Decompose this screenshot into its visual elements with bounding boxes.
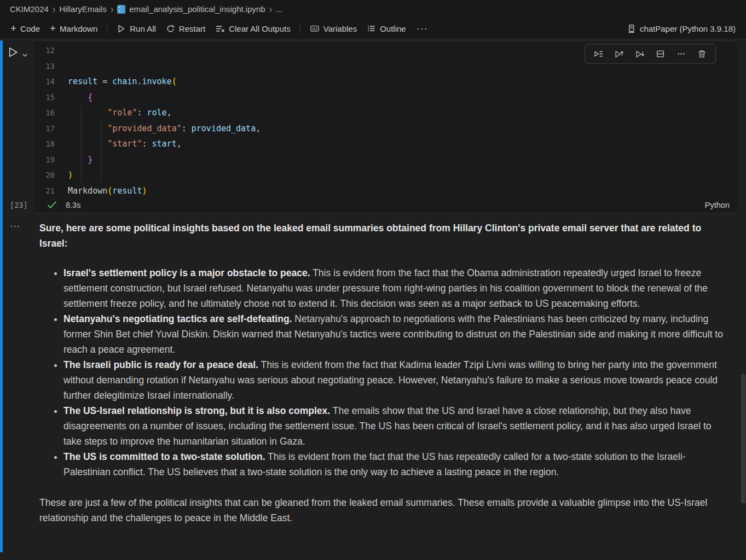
svg-text:(x): (x) bbox=[313, 26, 317, 31]
insight-item: Netanyahu's negotiating tactics are self… bbox=[63, 311, 730, 357]
line-number: 15 bbox=[34, 93, 68, 102]
code-line[interactable]: 19 } bbox=[34, 152, 737, 168]
run-all-button[interactable]: Run All bbox=[112, 21, 161, 36]
execute-cell-and-below-button[interactable] bbox=[631, 46, 649, 62]
breadcrumb-item-file[interactable]: email_analysis_political_insight.ipynb bbox=[129, 4, 265, 14]
line-number: 16 bbox=[34, 108, 68, 117]
chevron-down-icon[interactable] bbox=[22, 51, 28, 59]
play-icon bbox=[117, 24, 126, 33]
chevron-right-icon: › bbox=[269, 4, 272, 15]
insight-lead: The Israeli public is ready for a peace … bbox=[63, 359, 258, 370]
execute-above-icon bbox=[614, 49, 624, 59]
code-text[interactable]: "role": role, bbox=[68, 108, 172, 118]
restart-icon bbox=[166, 24, 175, 33]
output-intro-paragraph: Sure, here are some political insights b… bbox=[39, 220, 730, 251]
add-markdown-cell-button[interactable]: + Markdown bbox=[45, 21, 102, 36]
insight-lead: Netanyahu's negotiating tactics are self… bbox=[63, 313, 292, 324]
run-by-line-icon bbox=[594, 49, 603, 59]
line-number: 14 bbox=[34, 77, 68, 86]
breadcrumb-item-folder[interactable]: HillaryEmails bbox=[59, 4, 107, 14]
cell-language-label[interactable]: Python bbox=[705, 201, 730, 209]
vertical-scrollbar[interactable] bbox=[741, 374, 745, 503]
insight-lead: The US-Israel relationship is strong, bu… bbox=[63, 405, 330, 416]
clear-outputs-icon bbox=[215, 24, 225, 33]
add-markdown-label: Markdown bbox=[60, 24, 97, 33]
line-number: 13 bbox=[34, 62, 68, 71]
execution-duration: 8.3s bbox=[66, 201, 80, 209]
split-cell-button[interactable] bbox=[651, 46, 670, 62]
success-check-icon bbox=[47, 201, 57, 209]
plus-icon: + bbox=[50, 23, 56, 33]
line-number: 18 bbox=[34, 139, 68, 148]
notebook-toolbar: + Code + Markdown Run All Restart Clear … bbox=[0, 18, 746, 39]
insight-item: The US is committed to a two-state solut… bbox=[63, 449, 730, 480]
chevron-right-icon: › bbox=[53, 4, 55, 15]
code-line[interactable]: 20) bbox=[34, 167, 737, 183]
line-number: 19 bbox=[34, 155, 68, 164]
variables-button[interactable]: (x) Variables bbox=[305, 21, 362, 36]
cell-toolbar bbox=[585, 44, 716, 64]
code-line[interactable]: 17 "provided_data": provided_data, bbox=[34, 121, 737, 137]
code-text[interactable]: ) bbox=[68, 170, 73, 180]
add-code-label: Code bbox=[20, 24, 40, 33]
cell-output: Sure, here are some political insights b… bbox=[39, 220, 730, 526]
code-text[interactable]: Markdown(result) bbox=[68, 186, 147, 196]
kernel-label: chatPaper (Python 3.9.18) bbox=[640, 24, 736, 33]
code-text[interactable]: result = chain.invoke( bbox=[68, 77, 177, 86]
line-number: 20 bbox=[34, 171, 68, 179]
add-code-cell-button[interactable]: + Code bbox=[5, 21, 45, 36]
breadcrumb-item-folder[interactable]: CKIM2024 bbox=[10, 4, 49, 14]
line-number: 12 bbox=[34, 46, 68, 55]
play-icon bbox=[7, 46, 19, 59]
trash-icon bbox=[697, 49, 707, 59]
code-line[interactable]: 18 "start": start, bbox=[34, 136, 737, 152]
insight-list: Israel's settlement policy is a major ob… bbox=[39, 265, 730, 480]
output-closing-paragraph: These are just a few of the political in… bbox=[39, 495, 730, 526]
restart-label: Restart bbox=[179, 24, 205, 33]
insight-lead: Israel's settlement policy is a major ob… bbox=[63, 267, 310, 278]
toolbar-separator bbox=[107, 24, 107, 33]
more-actions-icon bbox=[676, 49, 686, 59]
cell-focus-indicator bbox=[0, 40, 3, 552]
line-number: 21 bbox=[34, 186, 68, 195]
code-line[interactable]: 16 "role": role, bbox=[34, 105, 737, 121]
code-text[interactable]: "start": start, bbox=[68, 139, 182, 149]
notebook-file-icon bbox=[117, 5, 125, 14]
cell-status-bar: [23] 8.3s Python bbox=[0, 196, 737, 213]
execute-below-icon bbox=[635, 49, 645, 59]
breadcrumb-overflow[interactable]: ... bbox=[276, 4, 283, 14]
split-cell-icon bbox=[656, 49, 665, 59]
execute-above-cells-button[interactable] bbox=[610, 46, 628, 62]
outline-button[interactable]: Outline bbox=[362, 21, 411, 36]
code-line[interactable]: 15 { bbox=[34, 90, 737, 106]
toolbar-separator bbox=[300, 24, 300, 33]
variables-icon: (x) bbox=[310, 24, 320, 33]
run-all-label: Run All bbox=[130, 24, 156, 33]
insight-item: The Israeli public is ready for a peace … bbox=[63, 357, 730, 403]
run-cell-button[interactable] bbox=[7, 46, 28, 59]
indent-guide bbox=[81, 106, 82, 182]
line-number: 17 bbox=[34, 124, 68, 133]
restart-button[interactable]: Restart bbox=[161, 21, 210, 36]
kernel-environment-icon bbox=[627, 24, 636, 33]
run-by-line-button[interactable] bbox=[589, 46, 608, 62]
delete-cell-button[interactable] bbox=[692, 46, 711, 62]
plus-icon: + bbox=[10, 23, 16, 33]
code-line[interactable]: 14result = chain.invoke( bbox=[34, 74, 737, 90]
cell-more-actions-button[interactable] bbox=[672, 46, 690, 62]
insight-item: Israel's settlement policy is a major ob… bbox=[63, 265, 730, 311]
kernel-picker-button[interactable]: chatPaper (Python 3.9.18) bbox=[622, 21, 741, 36]
cell-editor[interactable]: 121314result = chain.invoke(15 {16 "role… bbox=[34, 40, 737, 213]
code-text[interactable]: "provided_data": provided_data, bbox=[68, 124, 261, 133]
chevron-right-icon: › bbox=[111, 4, 113, 15]
clear-all-outputs-button[interactable]: Clear All Outputs bbox=[210, 21, 296, 36]
code-lines: 121314result = chain.invoke(15 {16 "role… bbox=[34, 41, 737, 199]
code-text[interactable]: { bbox=[68, 92, 92, 102]
output-more-actions-button[interactable]: ⋯ bbox=[10, 220, 21, 232]
execution-count: [23] bbox=[10, 201, 35, 209]
outline-label: Outline bbox=[380, 24, 406, 33]
code-text[interactable]: } bbox=[68, 155, 92, 165]
clear-outputs-label: Clear All Outputs bbox=[229, 24, 291, 33]
insight-item: The US-Israel relationship is strong, bu… bbox=[63, 403, 730, 449]
toolbar-more-button[interactable]: ··· bbox=[411, 23, 433, 34]
